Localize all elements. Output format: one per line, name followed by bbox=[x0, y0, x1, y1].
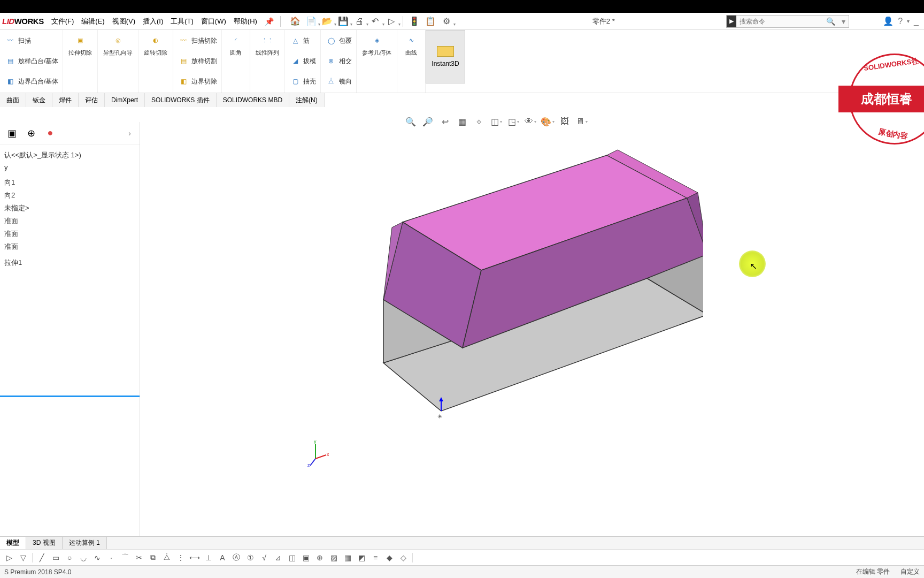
select-icon[interactable]: ▷ bbox=[384, 15, 398, 28]
hatch-icon[interactable]: ▨ bbox=[328, 552, 340, 564]
note-icon[interactable]: Ⓐ bbox=[230, 552, 242, 564]
tree-item[interactable]: 拉伸1 bbox=[2, 256, 137, 269]
text-icon[interactable]: A bbox=[217, 552, 228, 564]
pin-icon[interactable]: 📌 bbox=[260, 17, 278, 26]
sweepcut-button[interactable]: 〰扫描切除 bbox=[176, 34, 218, 48]
revcut-button[interactable]: ◐旋转切除 bbox=[142, 31, 170, 57]
user-icon[interactable]: 👤 bbox=[883, 16, 894, 26]
menu-tools[interactable]: 工具(T) bbox=[167, 14, 197, 28]
menu-window[interactable]: 窗口(W) bbox=[198, 14, 229, 28]
menu-edit[interactable]: 编辑(E) bbox=[78, 14, 107, 28]
tab-addins[interactable]: SOLIDWORKS 插件 bbox=[145, 93, 217, 107]
minimize-icon[interactable]: _ bbox=[914, 17, 919, 26]
mirror-button[interactable]: ⧊镜向 bbox=[324, 74, 353, 88]
tab-model[interactable]: 模型 bbox=[0, 537, 26, 549]
sweep-button[interactable]: 〰扫描 bbox=[3, 34, 32, 48]
block-icon[interactable]: ◩ bbox=[356, 552, 367, 564]
tab-mbd[interactable]: SOLIDWORKS MBD bbox=[217, 93, 289, 107]
hide-show-icon[interactable]: 👁 bbox=[523, 115, 537, 128]
fillet-sk-icon[interactable]: ⌒ bbox=[119, 552, 131, 564]
print-icon[interactable]: 🖨 bbox=[352, 15, 366, 28]
balloon-icon[interactable]: ① bbox=[244, 552, 256, 564]
menu-help[interactable]: 帮助(H) bbox=[230, 14, 260, 28]
holewiz-button[interactable]: ◎异型孔向导 bbox=[101, 31, 135, 57]
menu-view[interactable]: 视图(V) bbox=[109, 14, 138, 28]
instant3d-button[interactable]: Instant3D bbox=[426, 30, 465, 83]
open-icon[interactable]: 📂 bbox=[320, 15, 334, 28]
tree-item[interactable]: 准面 bbox=[2, 215, 137, 227]
misc2-icon[interactable]: ◇ bbox=[397, 552, 409, 564]
appearance-tab-icon[interactable]: ● bbox=[43, 126, 58, 141]
tab-sheetmetal[interactable]: 钣金 bbox=[26, 93, 52, 107]
zoom-area-icon[interactable]: 🔎 bbox=[421, 115, 435, 128]
tab-motion[interactable]: 运动算例 1 bbox=[63, 537, 107, 549]
tab-weldment[interactable]: 焊件 bbox=[52, 93, 79, 107]
home-icon[interactable]: 🏠 bbox=[288, 15, 302, 28]
search-drop-icon[interactable]: ▾ bbox=[838, 17, 849, 26]
circle-icon[interactable]: ○ bbox=[64, 552, 75, 564]
prev-view-icon[interactable]: ↩ bbox=[438, 115, 452, 128]
line-icon[interactable]: ╱ bbox=[36, 552, 48, 564]
tree-item[interactable]: 向1 bbox=[2, 176, 137, 189]
relation-icon[interactable]: ⊥ bbox=[203, 552, 214, 564]
tree-rollback-bar[interactable] bbox=[0, 396, 140, 397]
layer-icon[interactable]: ≡ bbox=[369, 552, 381, 564]
section-view-icon[interactable]: ▦ bbox=[455, 115, 469, 128]
tab-surface[interactable]: 曲面 bbox=[0, 93, 26, 107]
options-icon[interactable]: 📋 bbox=[424, 15, 437, 28]
panel-expand-icon[interactable]: › bbox=[124, 129, 135, 138]
tree-item[interactable]: 准面 bbox=[2, 227, 137, 240]
intersect-button[interactable]: ⊗相交 bbox=[324, 54, 353, 68]
tree-root[interactable]: 认<<默认>_显示状态 1>) bbox=[2, 149, 137, 162]
tab-dimxpert[interactable]: DimXpert bbox=[105, 93, 145, 107]
misc1-icon[interactable]: ◆ bbox=[383, 552, 395, 564]
curves-button[interactable]: ∿曲线 bbox=[401, 31, 422, 57]
tree-item[interactable]: 未指定> bbox=[2, 202, 137, 215]
3d-model[interactable]: ✳ bbox=[275, 144, 703, 434]
filter-icon[interactable]: ▽ bbox=[17, 552, 29, 564]
tree-item[interactable]: y bbox=[2, 162, 137, 173]
surface-finish-icon[interactable]: √ bbox=[258, 552, 270, 564]
zoom-fit-icon[interactable]: 🔍 bbox=[404, 115, 418, 128]
weld-icon[interactable]: ⊿ bbox=[272, 552, 284, 564]
point-icon[interactable]: · bbox=[105, 552, 117, 564]
wrap-button[interactable]: ◯包覆 bbox=[324, 34, 353, 48]
tab-annotations[interactable]: 注解(N) bbox=[289, 93, 325, 107]
fillet-button[interactable]: ◜圆角 bbox=[225, 31, 247, 57]
display-style-icon[interactable]: ◳ bbox=[506, 115, 520, 128]
config-tab-icon[interactable]: ⊕ bbox=[24, 126, 38, 141]
draft-button[interactable]: ◢拔模 bbox=[288, 54, 317, 68]
boundary-button[interactable]: ◧边界凸台/基体 bbox=[3, 74, 59, 88]
centermark-icon[interactable]: ⊕ bbox=[314, 552, 326, 564]
help-drop-icon[interactable]: ▾ bbox=[907, 18, 910, 24]
status-custom[interactable]: 自定义 bbox=[900, 567, 920, 576]
dim-icon[interactable]: ⟷ bbox=[189, 552, 201, 564]
gtol-icon[interactable]: ◫ bbox=[286, 552, 298, 564]
extcut-button[interactable]: ▣拉伸切除 bbox=[66, 31, 94, 57]
tree-item[interactable]: 准面 bbox=[2, 240, 137, 253]
new-icon[interactable]: 📄 bbox=[304, 15, 318, 28]
pattern-sk-icon[interactable]: ⋮ bbox=[175, 552, 187, 564]
trim-icon[interactable]: ✂ bbox=[133, 552, 145, 564]
view-settings-icon[interactable]: 🖥 bbox=[575, 115, 589, 128]
apply-scene-icon[interactable]: 🖼 bbox=[558, 115, 572, 128]
rebuild-icon[interactable]: 🚦 bbox=[407, 15, 421, 28]
search-icon[interactable]: 🔍 bbox=[823, 17, 838, 26]
feature-tree[interactable]: 认<<默认>_显示状态 1>) y 向1 向2 未指定> 准面 准面 准面 拉伸… bbox=[0, 144, 140, 273]
rect-icon[interactable]: ▭ bbox=[50, 552, 61, 564]
tab-evaluate[interactable]: 评估 bbox=[79, 93, 105, 107]
undo-icon[interactable]: ↶ bbox=[368, 15, 382, 28]
select-tool-icon[interactable]: ▷ bbox=[3, 552, 15, 564]
search-input[interactable] bbox=[736, 18, 823, 25]
refgeo-button[interactable]: ◈参考几何体 bbox=[360, 31, 394, 57]
menu-file[interactable]: 文件(F) bbox=[48, 14, 78, 28]
settings-icon[interactable]: ⚙ bbox=[440, 15, 453, 28]
search-box[interactable]: ▶ 🔍 ▾ bbox=[726, 15, 849, 28]
shell-button[interactable]: ▢抽壳 bbox=[288, 74, 317, 88]
save-icon[interactable]: 💾 bbox=[336, 15, 350, 28]
search-toggle-icon[interactable]: ▶ bbox=[727, 16, 736, 27]
edit-appearance-icon[interactable]: 🎨 bbox=[541, 115, 555, 128]
dynamic-zoom-icon[interactable]: ⟐ bbox=[472, 115, 486, 128]
view-orientation-icon[interactable]: ◫ bbox=[489, 115, 503, 128]
loftcut-button[interactable]: ▤放样切割 bbox=[176, 54, 218, 68]
